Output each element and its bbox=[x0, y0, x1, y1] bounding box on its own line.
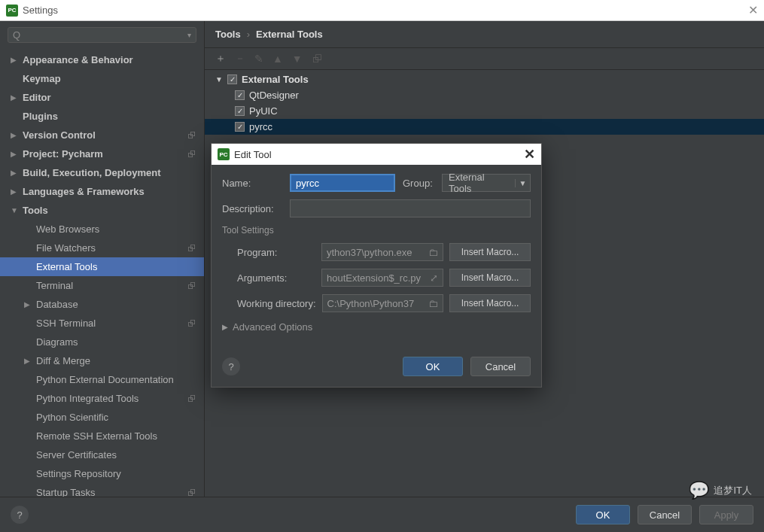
search-field[interactable] bbox=[23, 29, 187, 41]
sidebar-item-label: External Tools bbox=[36, 261, 204, 272]
chevron-down-icon: ▼ bbox=[515, 179, 530, 187]
scope-icon: ⮺ bbox=[187, 130, 196, 141]
checkbox[interactable] bbox=[235, 106, 245, 116]
program-input[interactable]: ython37\python.exe🗀 bbox=[321, 243, 443, 261]
sidebar-item-label: Database bbox=[36, 299, 204, 310]
sidebar-item-label: Plugins bbox=[23, 111, 204, 122]
down-button[interactable]: ▼ bbox=[292, 53, 303, 65]
remove-button[interactable]: － bbox=[235, 52, 245, 65]
sidebar-item[interactable]: SSH Terminal⮺ bbox=[0, 314, 204, 333]
folder-icon[interactable]: 🗀 bbox=[428, 298, 438, 309]
ok-button[interactable]: OK bbox=[576, 505, 630, 524]
help-button[interactable]: ? bbox=[11, 506, 29, 524]
sidebar-item[interactable]: Python External Documentation bbox=[0, 370, 204, 389]
sidebar-item-label: Project: Pycharm bbox=[23, 148, 204, 160]
sidebar-item-label: Python Integrated Tools bbox=[36, 393, 204, 404]
insert-macro-button[interactable]: Insert Macro... bbox=[449, 269, 531, 287]
sidebar-item[interactable]: Startup Tasks⮺ bbox=[0, 483, 204, 497]
sidebar-item[interactable]: Server Certificates bbox=[0, 445, 204, 464]
name-label: Name: bbox=[222, 178, 282, 189]
ext-tools-group[interactable]: ▼External Tools bbox=[205, 71, 764, 87]
ext-tool-item[interactable]: PyUIC bbox=[205, 103, 764, 119]
sidebar-item[interactable]: Project: Pycharm⮺ bbox=[0, 144, 204, 163]
sidebar-item[interactable]: Diagrams bbox=[0, 333, 204, 351]
sidebar-item[interactable]: Python Scientific bbox=[0, 408, 204, 427]
sidebar-item[interactable]: Tools bbox=[0, 201, 204, 220]
sidebar-item-label: Appearance & Behavior bbox=[23, 54, 204, 65]
folder-icon[interactable]: 🗀 bbox=[428, 247, 438, 258]
settings-sidebar: Q ▾ Appearance & BehaviorKeymapEditorPlu… bbox=[0, 21, 205, 497]
sidebar-item[interactable]: Plugins bbox=[0, 107, 204, 126]
sidebar-item[interactable]: Languages & Frameworks bbox=[0, 182, 204, 201]
expand-icon[interactable]: ⤢ bbox=[430, 272, 438, 284]
close-icon[interactable]: ✕ bbox=[524, 146, 535, 163]
insert-macro-button[interactable]: Insert Macro... bbox=[449, 294, 531, 312]
sidebar-item[interactable]: Web Browsers bbox=[0, 220, 204, 239]
ext-tool-label: QtDesigner bbox=[249, 90, 299, 101]
sidebar-item[interactable]: Diff & Merge bbox=[0, 351, 204, 370]
external-tools-toolbar: ＋ － ✎ ▲ ▼ ⮺ bbox=[205, 47, 764, 70]
wechat-icon: 💬 bbox=[689, 481, 709, 500]
sidebar-item[interactable]: Keymap bbox=[0, 69, 204, 88]
scope-icon: ⮺ bbox=[187, 394, 196, 404]
settings-footer: ? OK Cancel Apply bbox=[0, 497, 764, 532]
window-titlebar: PC Settings ✕ bbox=[0, 0, 764, 21]
sidebar-item-label: Startup Tasks bbox=[36, 487, 204, 497]
group-label: Group: bbox=[403, 178, 434, 189]
sidebar-item[interactable]: Appearance & Behavior bbox=[0, 50, 204, 69]
checkbox[interactable] bbox=[235, 90, 245, 100]
group-select[interactable]: External Tools ▼ bbox=[442, 174, 531, 192]
breadcrumb: Tools › External Tools bbox=[205, 21, 764, 47]
sidebar-item[interactable]: File Watchers⮺ bbox=[0, 239, 204, 257]
sidebar-item[interactable]: External Tools bbox=[0, 257, 204, 276]
sidebar-item-label: Diagrams bbox=[36, 336, 204, 348]
edit-button[interactable]: ✎ bbox=[254, 53, 263, 65]
checkbox[interactable] bbox=[235, 122, 245, 132]
ext-tool-item[interactable]: QtDesigner bbox=[205, 87, 764, 103]
help-button[interactable]: ? bbox=[222, 357, 240, 375]
sidebar-item[interactable]: Remote SSH External Tools bbox=[0, 427, 204, 445]
sidebar-item[interactable]: Editor bbox=[0, 88, 204, 107]
dialog-title: Edit Tool bbox=[234, 149, 524, 160]
dialog-footer: ? OK Cancel bbox=[212, 349, 541, 387]
breadcrumb-leaf: External Tools bbox=[256, 29, 323, 40]
sidebar-item-label: Server Certificates bbox=[36, 449, 204, 461]
checkbox[interactable] bbox=[227, 74, 237, 84]
close-icon[interactable]: ✕ bbox=[748, 3, 758, 17]
sidebar-item-label: Tools bbox=[23, 205, 204, 216]
cancel-button[interactable]: Cancel bbox=[470, 357, 531, 376]
apply-button[interactable]: Apply bbox=[699, 505, 753, 524]
arguments-input[interactable]: houtExtension$_rc.py⤢ bbox=[321, 269, 443, 287]
description-label: Description: bbox=[222, 203, 282, 214]
sidebar-item[interactable]: Database bbox=[0, 295, 204, 314]
cancel-button[interactable]: Cancel bbox=[638, 505, 692, 524]
dialog-titlebar: PC Edit Tool ✕ bbox=[212, 144, 541, 165]
sidebar-item-label: Keymap bbox=[23, 73, 204, 84]
settings-tree[interactable]: Appearance & BehaviorKeymapEditorPlugins… bbox=[0, 49, 204, 497]
insert-macro-button[interactable]: Insert Macro... bbox=[449, 243, 531, 261]
add-button[interactable]: ＋ bbox=[215, 52, 226, 65]
advanced-options-toggle[interactable]: ▶ Advanced Options bbox=[222, 321, 531, 333]
chevron-right-icon: › bbox=[247, 29, 250, 40]
watermark: 💬 追梦IT人 bbox=[689, 481, 752, 500]
sidebar-item[interactable]: Python Integrated Tools⮺ bbox=[0, 389, 204, 408]
sidebar-item[interactable]: Settings Repository bbox=[0, 464, 204, 483]
name-input[interactable] bbox=[290, 174, 395, 192]
sidebar-item[interactable]: Version Control⮺ bbox=[0, 126, 204, 144]
copy-button[interactable]: ⮺ bbox=[312, 53, 322, 65]
search-input[interactable]: Q ▾ bbox=[8, 27, 196, 43]
program-label: Program: bbox=[237, 247, 315, 258]
scope-icon: ⮺ bbox=[187, 243, 196, 254]
sidebar-item[interactable]: Terminal⮺ bbox=[0, 276, 204, 295]
workdir-input[interactable]: C:\Python\Python37🗀 bbox=[322, 294, 443, 312]
ok-button[interactable]: OK bbox=[403, 357, 463, 376]
sidebar-item-label: Terminal bbox=[36, 280, 204, 291]
chevron-down-icon[interactable]: ▾ bbox=[187, 31, 191, 39]
window-title: Settings bbox=[23, 5, 748, 16]
ext-tool-item[interactable]: pyrcc bbox=[205, 119, 764, 135]
sidebar-item[interactable]: Build, Execution, Deployment bbox=[0, 163, 204, 182]
sidebar-item-label: Python External Documentation bbox=[36, 374, 204, 385]
description-input[interactable] bbox=[290, 199, 531, 217]
breadcrumb-root[interactable]: Tools bbox=[215, 29, 241, 40]
up-button[interactable]: ▲ bbox=[272, 53, 283, 65]
